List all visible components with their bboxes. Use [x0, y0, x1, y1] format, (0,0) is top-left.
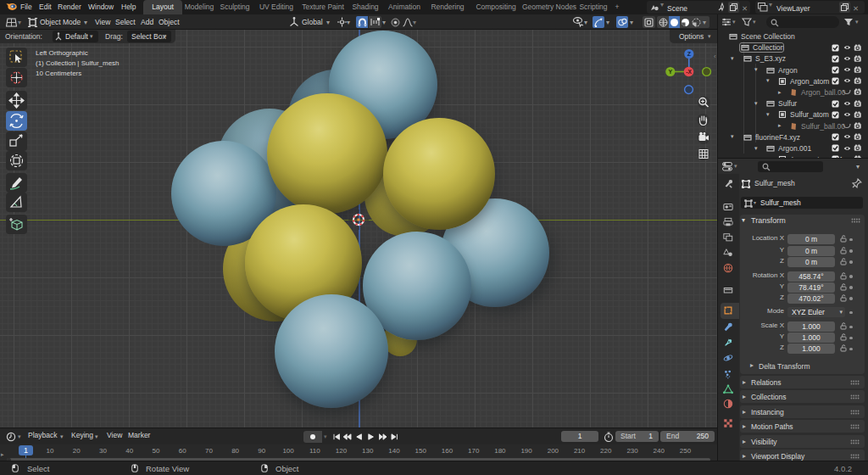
- svg-text:Y: Y: [668, 69, 672, 75]
- svg-text:Z: Z: [687, 51, 692, 57]
- svg-text:-X: -X: [686, 69, 692, 75]
